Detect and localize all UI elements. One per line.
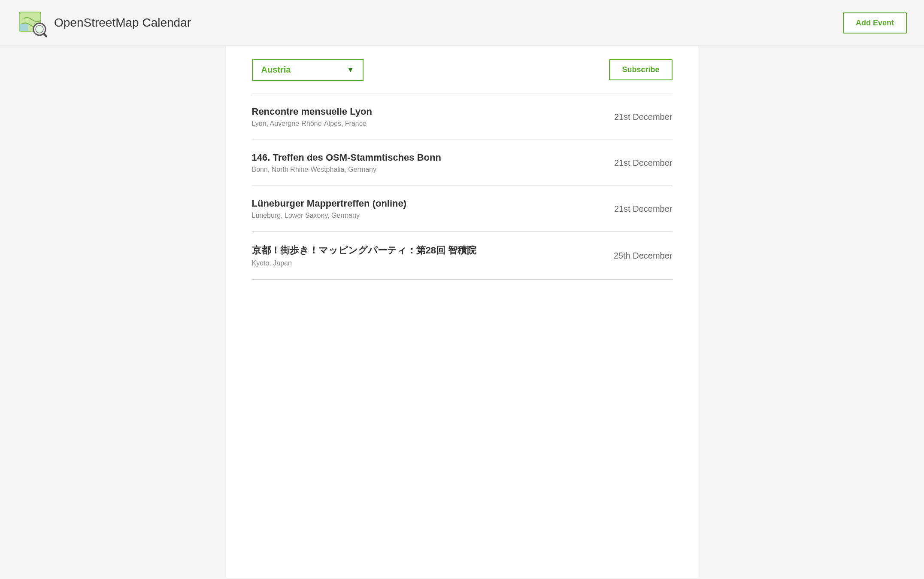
filter-row: Austria ▼ Subscribe xyxy=(252,59,673,81)
event-item-1: 146. Treffen des OSM-Stammtisches Bonn B… xyxy=(252,140,673,186)
event-item-3: 京都！街歩き！マッピングパーティ：第28回 智積院 Kyoto, Japan 2… xyxy=(252,232,673,280)
event-location-3: Kyoto, Japan xyxy=(252,259,578,267)
event-date-1: 21st December xyxy=(595,158,673,168)
region-dropdown[interactable]: Austria ▼ xyxy=(252,59,364,81)
event-location-0: Lyon, Auvergne-Rhône-Alpes, France xyxy=(252,120,578,128)
event-date-0: 21st December xyxy=(595,112,673,122)
event-title-3[interactable]: 京都！街歩き！マッピングパーティ：第28回 智積院 xyxy=(252,244,578,257)
event-item-0: Rencontre mensuelle Lyon Lyon, Auvergne-… xyxy=(252,94,673,140)
event-info-1: 146. Treffen des OSM-Stammtisches Bonn B… xyxy=(252,152,578,174)
subscribe-button[interactable]: Subscribe xyxy=(609,59,672,80)
event-title-2[interactable]: Lüneburger Mappertreffen (online) xyxy=(252,198,578,209)
add-event-button[interactable]: Add Event xyxy=(843,12,907,34)
app-header: OpenStreetMap Calendar Add Event xyxy=(0,0,924,46)
header-left: OpenStreetMap Calendar xyxy=(17,8,191,38)
svg-point-3 xyxy=(36,25,43,33)
event-date-3: 25th December xyxy=(595,251,673,261)
event-date-2: 21st December xyxy=(595,204,673,214)
svg-rect-1 xyxy=(19,24,28,31)
page-title: OpenStreetMap Calendar xyxy=(54,16,191,30)
event-location-1: Bonn, North Rhine-Westphalia, Germany xyxy=(252,166,578,174)
event-info-3: 京都！街歩き！マッピングパーティ：第28回 智積院 Kyoto, Japan xyxy=(252,244,578,267)
event-info-0: Rencontre mensuelle Lyon Lyon, Auvergne-… xyxy=(252,106,578,128)
app-logo xyxy=(17,8,47,38)
event-info-2: Lüneburger Mappertreffen (online) Lünebu… xyxy=(252,198,578,219)
event-location-2: Lüneburg, Lower Saxony, Germany xyxy=(252,212,578,219)
event-item-2: Lüneburger Mappertreffen (online) Lünebu… xyxy=(252,186,673,232)
chevron-down-icon: ▼ xyxy=(347,66,354,74)
events-list: Rencontre mensuelle Lyon Lyon, Auvergne-… xyxy=(252,94,673,280)
region-label: Austria xyxy=(261,65,291,75)
svg-line-4 xyxy=(44,34,46,37)
event-title-1[interactable]: 146. Treffen des OSM-Stammtisches Bonn xyxy=(252,152,578,163)
event-title-0[interactable]: Rencontre mensuelle Lyon xyxy=(252,106,578,117)
main-content: Austria ▼ Subscribe Rencontre mensuelle … xyxy=(226,46,698,578)
